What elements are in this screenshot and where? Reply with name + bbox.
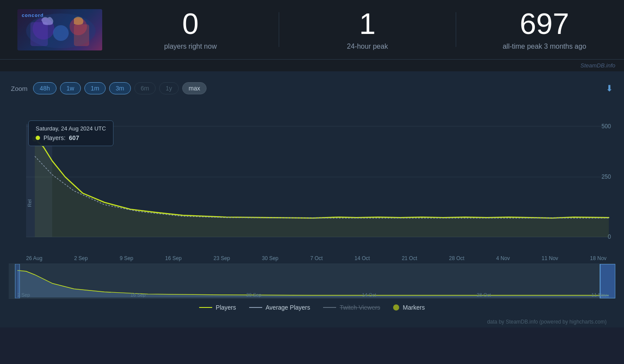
x-label-5: 30 Sep [262, 255, 278, 261]
stat-divider-1 [279, 12, 279, 47]
24h-peak-label: 24-hour peak [305, 43, 430, 50]
svg-text:500: 500 [601, 123, 611, 129]
x-label-9: 28 Oct [449, 255, 464, 261]
stat-alltime-peak: 697 all-time peak 3 months ago [482, 9, 607, 50]
zoom-3m-button[interactable]: 3m [109, 82, 130, 94]
steamdb-watermark: SteamDB.info [0, 60, 624, 71]
legend-twitch: Twitch Viewers [323, 304, 380, 311]
x-label-0: 26 Aug [26, 255, 42, 261]
chart-legend: Players Average Players Twitch Viewers M… [9, 298, 615, 316]
x-label-6: 7 Oct [310, 255, 323, 261]
zoom-1y-button[interactable]: 1y [159, 82, 179, 94]
x-label-2: 9 Sep [120, 255, 133, 261]
stat-divider-2 [456, 12, 456, 47]
x-label-11: 11 Nov [542, 255, 558, 261]
current-players-value: 0 [128, 9, 253, 38]
nav-x-label-1: 16 Sep [130, 292, 146, 297]
x-axis-labels: 26 Aug 2 Sep 9 Sep 16 Sep 23 Sep 30 Sep … [9, 253, 615, 264]
chart-svg: 500 250 0 Rel [9, 101, 615, 253]
legend-avg-players: Average Players [249, 304, 310, 311]
svg-text:Rel: Rel [27, 199, 32, 207]
legend-markers-label: Markers [403, 304, 425, 311]
zoom-1w-button[interactable]: 1w [60, 82, 81, 94]
x-label-3: 16 Sep [165, 255, 182, 261]
data-credit: data by SteamDB.info (powered by highcha… [9, 316, 615, 327]
legend-twitch-label: Twitch Viewers [340, 304, 380, 311]
svg-text:250: 250 [601, 174, 611, 180]
legend-avg-players-line [249, 307, 262, 308]
legend-players-line [199, 307, 212, 308]
x-label-7: 14 Oct [354, 255, 370, 261]
alltime-peak-label: all-time peak 3 months ago [482, 43, 607, 50]
x-label-8: 21 Oct [402, 255, 417, 261]
chart-section: Zoom 48h 1w 1m 3m 6m 1y max ⬇ 500 250 0 … [0, 71, 624, 327]
header-section: concord 0 players right now 1 24-hour pe… [0, 0, 624, 60]
download-button[interactable]: ⬇ [606, 83, 613, 94]
x-label-10: 4 Nov [496, 255, 510, 261]
zoom-6m-button[interactable]: 6m [134, 82, 156, 94]
nav-x-label-0: 2 Sep [17, 292, 30, 297]
stat-current-players: 0 players right now [128, 9, 253, 50]
navigator-chart[interactable]: 2 Sep 16 Sep 30 Sep 14 Oct 28 Oct 11 Nov [9, 264, 615, 298]
svg-rect-4 [74, 24, 89, 46]
24h-peak-value: 1 [305, 9, 430, 38]
legend-avg-players-label: Average Players [266, 304, 310, 311]
legend-markers-dot [393, 304, 399, 311]
navigator-x-axis: 2 Sep 16 Sep 30 Sep 14 Oct 28 Oct 11 Nov [9, 291, 615, 297]
current-players-label: players right now [128, 43, 253, 50]
legend-players-label: Players [216, 304, 236, 311]
main-chart: 500 250 0 Rel Saturday, 24 Aug 2024 UTC [9, 101, 615, 253]
svg-rect-3 [30, 22, 48, 46]
zoom-max-button[interactable]: max [182, 82, 207, 94]
alltime-peak-value: 697 [482, 9, 607, 38]
zoom-label: Zoom [11, 85, 27, 92]
legend-players: Players [199, 304, 236, 311]
stat-24h-peak: 1 24-hour peak [305, 9, 430, 50]
zoom-48h-button[interactable]: 48h [33, 82, 56, 94]
x-label-4: 23 Sep [214, 255, 230, 261]
nav-x-label-2: 30 Sep [246, 292, 261, 297]
nav-x-label-4: 28 Oct [477, 292, 491, 297]
svg-point-5 [53, 25, 69, 41]
nav-x-label-3: 14 Oct [362, 292, 376, 297]
game-thumbnail: concord [17, 9, 102, 50]
zoom-1m-button[interactable]: 1m [84, 82, 106, 94]
x-label-12: 18 Nov [590, 255, 607, 261]
zoom-controls: Zoom 48h 1w 1m 3m 6m 1y max ⬇ [9, 78, 615, 99]
legend-markers: Markers [393, 304, 425, 311]
x-label-1: 2 Sep [74, 255, 88, 261]
legend-twitch-line [323, 307, 336, 308]
nav-x-label-5: 11 Nov [591, 292, 607, 297]
svg-point-16 [32, 136, 38, 142]
